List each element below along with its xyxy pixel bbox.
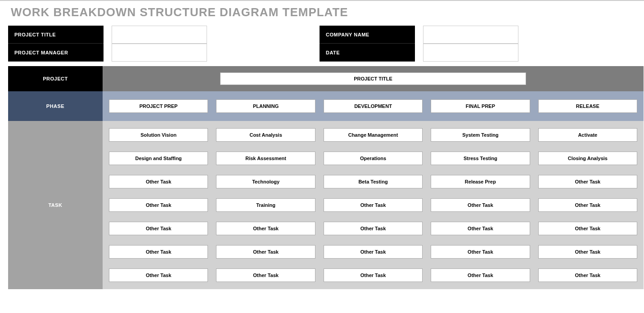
task-box[interactable]: Other Task — [431, 245, 530, 259]
task-box[interactable]: Other Task — [109, 245, 208, 259]
meta-pair-date: DATE — [320, 44, 518, 62]
meta-block-right: COMPANY NAME DATE — [320, 26, 518, 62]
task-box[interactable]: Solution Vision — [109, 128, 208, 142]
phase-box[interactable]: RELEASE — [538, 99, 637, 113]
task-box[interactable]: Other Task — [216, 222, 315, 235]
task-row: TASK Solution VisionCost AnalysisChange … — [8, 121, 644, 289]
task-box[interactable]: Risk Assessment — [216, 152, 315, 165]
task-box[interactable]: Other Task — [538, 268, 637, 282]
meta-input-date[interactable] — [423, 44, 518, 62]
task-box[interactable]: Training — [216, 198, 315, 212]
task-line: Design and StaffingRisk AssessmentOperat… — [109, 152, 637, 165]
task-box[interactable]: Other Task — [538, 198, 637, 212]
project-row: PROJECT PROJECT TITLE — [8, 66, 644, 91]
task-box[interactable]: Other Task — [109, 268, 208, 282]
project-row-content: PROJECT TITLE — [103, 66, 644, 91]
task-box[interactable]: Beta Testing — [324, 175, 423, 188]
task-box[interactable]: Design and Staffing — [109, 152, 208, 165]
task-row-content: Solution VisionCost AnalysisChange Manag… — [103, 121, 644, 289]
task-box[interactable]: Other Task — [431, 198, 530, 212]
meta-block-left: PROJECT TITLE PROJECT MANAGER — [8, 26, 207, 62]
task-box[interactable]: Other Task — [109, 175, 208, 188]
task-box[interactable]: Other Task — [538, 245, 637, 259]
task-box[interactable]: Other Task — [324, 245, 423, 259]
phase-box[interactable]: DEVELOPMENT — [324, 99, 423, 113]
meta-label-project-title: PROJECT TITLE — [8, 26, 104, 44]
task-box[interactable]: Change Management — [324, 128, 423, 142]
phase-row-content: PROJECT PREP PLANNING DEVELOPMENT FINAL … — [103, 91, 644, 121]
meta-pair-project-manager: PROJECT MANAGER — [8, 44, 207, 62]
task-box[interactable]: Other Task — [324, 268, 423, 282]
task-box[interactable]: Other Task — [431, 268, 530, 282]
phase-row: PHASE PROJECT PREP PLANNING DEVELOPMENT … — [8, 91, 644, 121]
meta-pair-company-name: COMPANY NAME — [320, 26, 518, 44]
task-box[interactable]: System Testing — [431, 128, 530, 142]
task-box[interactable]: Other Task — [109, 198, 208, 212]
project-title-box[interactable]: PROJECT TITLE — [220, 72, 526, 85]
task-box[interactable]: Other Task — [538, 175, 637, 188]
task-box[interactable]: Other Task — [324, 222, 423, 235]
task-line: Other TaskOther TaskOther TaskOther Task… — [109, 245, 637, 259]
meta-gap — [207, 26, 320, 62]
task-line: Other TaskOther TaskOther TaskOther Task… — [109, 222, 637, 235]
meta-label-project-manager: PROJECT MANAGER — [8, 44, 104, 62]
meta-label-date: DATE — [320, 44, 415, 62]
task-row-label: TASK — [8, 121, 103, 289]
meta-label-company-name: COMPANY NAME — [320, 26, 415, 44]
phase-row-label: PHASE — [8, 91, 103, 121]
meta-input-project-manager[interactable] — [112, 44, 207, 62]
project-row-label: PROJECT — [8, 66, 103, 91]
wbs-table: PROJECT PROJECT TITLE PHASE PROJECT PREP… — [8, 66, 644, 289]
task-box[interactable]: Other Task — [216, 268, 315, 282]
task-line: Other TaskTechnologyBeta TestingRelease … — [109, 175, 637, 188]
task-box[interactable]: Other Task — [216, 245, 315, 259]
page: WORK BREAKDOWN STRUCTURE DIAGRAM TEMPLAT… — [0, 0, 644, 289]
task-box[interactable]: Other Task — [324, 198, 423, 212]
task-line: Solution VisionCost AnalysisChange Manag… — [109, 128, 637, 142]
meta-pair-project-title: PROJECT TITLE — [8, 26, 207, 44]
task-box[interactable]: Technology — [216, 175, 315, 188]
task-line: Other TaskOther TaskOther TaskOther Task… — [109, 268, 637, 282]
phase-box[interactable]: PROJECT PREP — [109, 99, 208, 113]
task-box[interactable]: Other Task — [538, 222, 637, 235]
meta-section: PROJECT TITLE PROJECT MANAGER COMPANY NA… — [0, 26, 644, 62]
task-box[interactable]: Cost Analysis — [216, 128, 315, 142]
phase-box[interactable]: FINAL PREP — [431, 99, 530, 113]
page-title: WORK BREAKDOWN STRUCTURE DIAGRAM TEMPLAT… — [0, 1, 644, 26]
task-box[interactable]: Other Task — [109, 222, 208, 235]
task-box[interactable]: Activate — [538, 128, 637, 142]
task-box[interactable]: Stress Testing — [431, 152, 530, 165]
task-box[interactable]: Release Prep — [431, 175, 530, 188]
task-box[interactable]: Closing Analysis — [538, 152, 637, 165]
task-line: Other TaskTrainingOther TaskOther TaskOt… — [109, 198, 637, 212]
meta-input-project-title[interactable] — [112, 26, 207, 44]
meta-input-company-name[interactable] — [423, 26, 518, 44]
task-box[interactable]: Operations — [324, 152, 423, 165]
phase-box[interactable]: PLANNING — [216, 99, 315, 113]
task-box[interactable]: Other Task — [431, 222, 530, 235]
